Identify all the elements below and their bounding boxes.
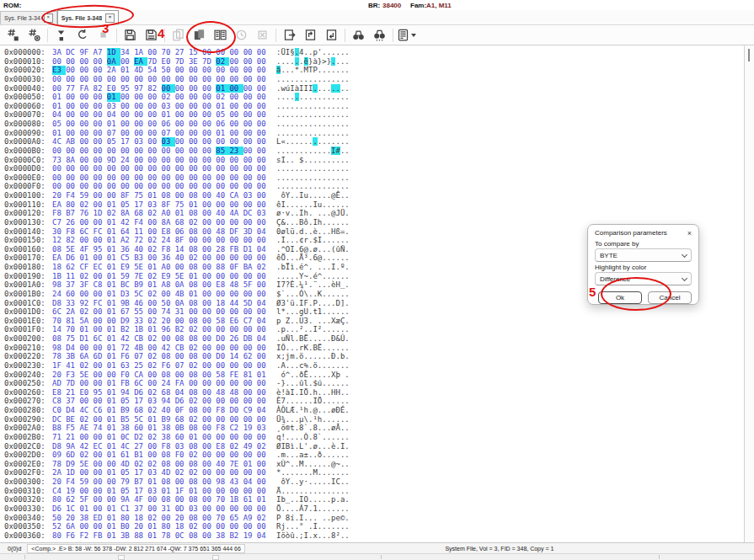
view-dropdown-icon[interactable]	[51, 27, 71, 44]
vertical-scrollbar[interactable]	[744, 45, 754, 542]
hex-byte: 92	[79, 299, 93, 308]
hex-byte: 01	[52, 129, 66, 138]
hex-address: 0x0002D0:	[4, 451, 52, 460]
hex-byte: 40	[134, 245, 147, 254]
hex-byte: 00	[147, 110, 161, 120]
hex-byte: 00	[216, 236, 229, 245]
hex-byte: F6	[120, 352, 134, 361]
hex-byte: 50	[52, 514, 66, 523]
hex-byte: 00	[175, 352, 189, 361]
undo-icon[interactable]	[72, 27, 92, 44]
hex-byte: 00	[175, 102, 189, 111]
hex-byte: 00	[79, 173, 93, 183]
hex-byte: E0	[79, 388, 93, 397]
hex-byte: 03	[243, 191, 257, 200]
previous-difference-icon[interactable]	[301, 27, 320, 44]
hex-byte: 00	[202, 397, 216, 406]
hex-address: 0x000150:	[4, 236, 52, 245]
hex-byte: 03	[147, 468, 161, 477]
tab-sys-file-3-348[interactable]: Sys. File 3-348 ×	[57, 10, 119, 24]
hex-byte: 02	[216, 93, 229, 102]
hex-row: 0x000270:C83700000105170394D602000000000…	[4, 397, 744, 406]
find-icon[interactable]	[349, 27, 368, 44]
hex-byte: 01	[189, 200, 202, 210]
hex-byte: 00	[94, 460, 107, 469]
hex-byte: 60	[66, 290, 79, 299]
hex-byte: 00	[79, 182, 93, 191]
script-icon[interactable]	[397, 27, 416, 44]
compare-files-icon[interactable]	[211, 27, 230, 44]
hex-byte: F3	[66, 371, 79, 380]
hex-byte: D6	[134, 388, 147, 397]
ascii-column: è!àI.IÖ.h...HH..	[276, 388, 350, 397]
hex-byte: 04	[175, 388, 189, 397]
hex-byte: 00	[189, 307, 202, 317]
close-icon[interactable]: ×	[687, 230, 692, 237]
hex-byte: 00	[94, 361, 107, 371]
chevron-down-icon[interactable]	[411, 34, 416, 37]
hex-byte: 00	[107, 147, 120, 156]
hex-row: 0x000320:80625F00009A4F0008000800701B610…	[4, 495, 744, 504]
next-difference-icon[interactable]	[322, 27, 341, 44]
tab-sys-file-3-34[interactable]: Sys. File 3-34 ×	[0, 11, 57, 24]
hex-byte: 00	[243, 253, 257, 263]
export-icon[interactable]	[280, 27, 299, 44]
save-icon[interactable]	[120, 27, 140, 44]
hex-byte: 00	[257, 218, 270, 227]
ascii-column: ÀÔLÆ.¹h.@...øÐÉ.	[276, 406, 350, 414]
hex-settings-icon[interactable]	[24, 27, 44, 44]
highlight-by-select[interactable]: Difference	[595, 272, 692, 285]
hex-byte: 00	[162, 164, 175, 173]
hex-address: 0x000340:	[4, 514, 52, 523]
close-tab-icon[interactable]: ×	[44, 13, 53, 23]
hex-byte: 75	[175, 200, 189, 210]
hex-byte: 00	[79, 129, 93, 138]
hex-byte: 00	[120, 110, 134, 120]
hex-byte: EC	[94, 442, 107, 451]
close-tab-icon[interactable]: ×	[105, 13, 115, 23]
hex-byte: 00	[243, 325, 257, 334]
hex-byte: 00	[66, 110, 79, 120]
hex-byte: 00	[202, 129, 216, 138]
hex-byte: 00	[94, 57, 107, 67]
hex-byte: 65	[229, 514, 243, 523]
find-next-icon[interactable]	[370, 27, 389, 44]
hex-byte: 00	[257, 120, 270, 129]
save-as-icon[interactable]	[142, 27, 161, 44]
hex-codes-icon[interactable]	[3, 27, 23, 44]
hex-byte: 00	[147, 164, 161, 173]
ascii-column: È7......IÖ......	[276, 397, 350, 405]
hex-byte: 08	[189, 280, 202, 290]
hex-byte: 00	[94, 102, 107, 111]
hex-byte: FE	[229, 371, 243, 380]
ok-button[interactable]: Ok	[598, 291, 642, 304]
hex-byte: 00	[229, 487, 243, 496]
hex-byte: 08	[189, 406, 202, 415]
hex-byte: 5E	[66, 245, 79, 254]
hex-row: 0x000300:20F459000079B701080008009843040…	[4, 477, 744, 487]
hex-byte: 00	[147, 504, 161, 514]
hex-byte: 00	[229, 379, 243, 388]
hex-byte: 52	[52, 522, 66, 531]
hex-byte: 00	[147, 75, 161, 84]
hex-byte: 72	[134, 236, 147, 245]
hex-byte: 00	[202, 460, 216, 469]
hex-byte: 00	[257, 102, 270, 111]
hex-byte: E9	[162, 272, 175, 281]
hex-byte: 00	[189, 182, 202, 191]
merge-files-icon[interactable]	[190, 27, 209, 44]
br-label: BR:	[368, 2, 380, 9]
hex-byte: D6	[66, 253, 79, 263]
hex-byte: 00	[243, 290, 257, 299]
compare-by-select[interactable]: BYTE	[595, 248, 692, 262]
hex-byte: 04	[257, 245, 270, 254]
hex-byte: 00	[94, 522, 107, 531]
cancel-button[interactable]: Cancel	[648, 291, 692, 304]
hex-byte: 00	[94, 191, 107, 200]
hex-byte: 00	[147, 147, 161, 156]
hex-byte: 00	[175, 137, 189, 147]
hex-byte: D1	[79, 334, 93, 344]
scrollbar-thumb[interactable]	[748, 49, 750, 61]
hex-byte: D8	[52, 299, 66, 308]
hex-row: 0x0001D0:6C2A020001675500743100000000000…	[4, 307, 744, 317]
